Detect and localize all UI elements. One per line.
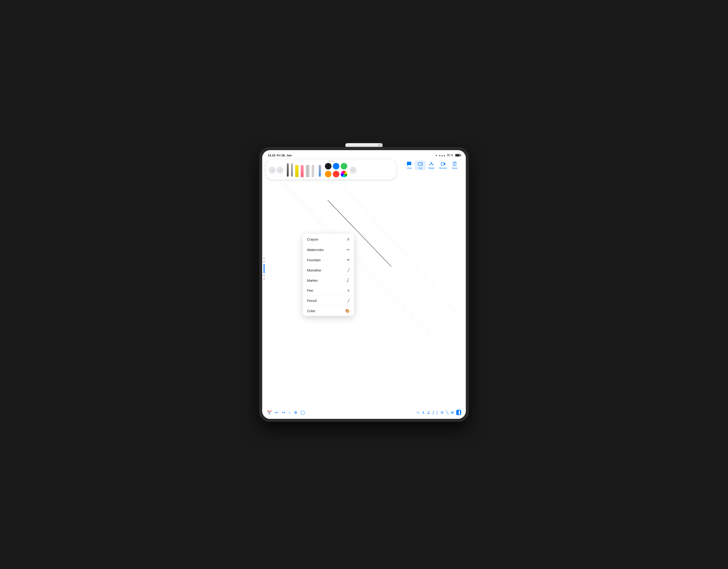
- save-button[interactable]: Save: [449, 160, 460, 170]
- svg-line-10: [309, 212, 310, 213]
- pencil-tool-button[interactable]: ╲: [446, 410, 448, 415]
- color-orange[interactable]: [325, 171, 331, 177]
- marker-yellow-visual: [295, 165, 298, 177]
- calligraphy-button[interactable]: ∧: [422, 410, 425, 415]
- svg-line-69: [397, 250, 398, 252]
- svg-line-36: [379, 300, 381, 301]
- color-blue[interactable]: [333, 163, 339, 169]
- marker-icon: 🖊: [345, 278, 351, 283]
- svg-line-38: [385, 307, 386, 308]
- svg-line-65: [385, 236, 387, 238]
- tool-pen-black[interactable]: [286, 163, 290, 178]
- svg-line-52: [347, 189, 348, 190]
- wifi-dots-icon: ●: [436, 154, 437, 157]
- svg-line-77: [420, 279, 422, 281]
- redo-button[interactable]: ↪: [282, 410, 285, 415]
- angle-button[interactable]: ∠: [427, 410, 430, 415]
- pen-tool-button[interactable]: ∣: [436, 410, 438, 415]
- svg-line-59: [367, 214, 369, 216]
- scissors-button[interactable]: ✂️: [267, 410, 272, 415]
- battery-percent: 95 %: [447, 154, 453, 157]
- chat-button[interactable]: Chat: [404, 160, 415, 170]
- dropdown-item-pencil[interactable]: Pencil ╱: [303, 296, 354, 306]
- ruler-toggle-button[interactable]: ▐: [456, 410, 461, 415]
- color-rainbow[interactable]: [341, 171, 347, 177]
- status-bar: 13.33 Fri 26. Jan ● ▲▲▲ 95 %: [262, 150, 466, 159]
- dropdown-item-monoline[interactable]: Monoline ╱: [303, 265, 354, 275]
- brush-type-dropdown: Crayon ∧ Watercolor ✏ Fountain ✒ Monolin…: [303, 234, 354, 316]
- svg-line-3: [290, 188, 291, 189]
- pen-label: Pen: [307, 288, 313, 292]
- tool-pen-gray[interactable]: [290, 163, 294, 178]
- nav-forward-button[interactable]: ›: [277, 167, 284, 174]
- apple-pencil: [345, 143, 383, 147]
- svg-line-13: [317, 222, 319, 223]
- drag-handle: [328, 161, 334, 162]
- record-button[interactable]: Record: [437, 160, 449, 170]
- dropdown-item-color[interactable]: Color 🎨: [303, 306, 354, 316]
- call-icon: [418, 161, 423, 166]
- pen-blue-tip: [319, 175, 321, 177]
- tools-divider: [316, 169, 317, 178]
- undo-button[interactable]: ↩: [275, 410, 278, 415]
- dropdown-item-watercolor[interactable]: Watercolor ✏: [303, 245, 354, 255]
- svg-line-50: [343, 183, 460, 314]
- tools-pill: ‹ ›: [266, 159, 396, 179]
- tool-ruler-slim[interactable]: [311, 165, 315, 178]
- wifi-icon: ▲▲▲: [439, 154, 446, 157]
- svg-line-47: [409, 337, 410, 339]
- dropdown-item-crayon[interactable]: Crayon ∧: [303, 234, 354, 245]
- more-options-button[interactable]: ···: [350, 167, 357, 174]
- svg-point-90: [429, 164, 430, 165]
- pen-gray-visual: [291, 163, 293, 176]
- svg-line-63: [379, 229, 380, 230]
- svg-line-66: [388, 240, 389, 241]
- pen-gray-tip: [291, 176, 293, 177]
- sidebar-dot-4: [263, 278, 265, 280]
- svg-line-39: [387, 310, 389, 312]
- svg-line-49: [339, 183, 457, 314]
- svg-line-92: [430, 164, 431, 164]
- pencil-label: Pencil: [307, 299, 317, 303]
- svg-line-72: [405, 261, 407, 263]
- brush-stroke-button[interactable]: ∿: [417, 410, 420, 415]
- eraser-button[interactable]: ⬦: [288, 410, 291, 415]
- dropdown-item-marker[interactable]: Marker 🖊: [303, 275, 354, 285]
- highlighter-button[interactable]: ⊘: [440, 410, 444, 415]
- bottom-left-tools: ✂️ ↩ ↪ ⬦ ⊕ ◯: [267, 410, 305, 415]
- monoline-icon: ╱: [347, 268, 350, 272]
- color-green[interactable]: [341, 163, 347, 169]
- shape-button[interactable]: ◯: [301, 410, 305, 415]
- call-button[interactable]: Call: [415, 160, 426, 170]
- color-picker-icon: 🎨: [345, 309, 350, 313]
- svg-line-46: [407, 334, 408, 335]
- svg-line-86: [447, 312, 448, 314]
- canvas-area[interactable]: [262, 150, 466, 419]
- svg-line-12: [314, 219, 315, 220]
- pen-black-tip: [287, 176, 289, 177]
- dropdown-item-pen[interactable]: Pen ∧: [303, 285, 354, 296]
- svg-line-74: [411, 269, 413, 270]
- palette-button[interactable]: ⊕: [451, 410, 454, 415]
- nav-back-button[interactable]: ‹: [269, 167, 276, 174]
- lasso-button[interactable]: ⊕: [294, 410, 297, 415]
- svg-line-54: [352, 196, 354, 198]
- call-label: Call: [418, 167, 422, 169]
- color-red[interactable]: [333, 171, 339, 177]
- tool-ruler-wide[interactable]: [305, 165, 310, 178]
- color-black[interactable]: [325, 163, 331, 169]
- action-buttons: Chat Call: [402, 159, 462, 171]
- sidebar-dot-1: [263, 258, 265, 259]
- tool-pen-blue[interactable]: [318, 165, 322, 178]
- fountain-tool-button[interactable]: ∫: [433, 410, 434, 415]
- sidebar-handle[interactable]: [264, 264, 265, 273]
- record-label: Record: [439, 167, 447, 169]
- svg-line-78: [423, 283, 424, 285]
- dropdown-item-fountain[interactable]: Fountain ✒: [303, 255, 354, 265]
- tool-marker-yellow[interactable]: [294, 165, 299, 178]
- share-button[interactable]: Share: [426, 160, 437, 170]
- bottom-toolbar: ✂️ ↩ ↪ ⬦ ⊕ ◯ ∿ ∧ ∠ ∫ ∣ ⊘ ╲ ⊕ ▐: [267, 410, 461, 415]
- svg-line-82: [435, 298, 436, 299]
- tool-marker-pink[interactable]: [300, 165, 304, 178]
- svg-line-57: [361, 207, 363, 208]
